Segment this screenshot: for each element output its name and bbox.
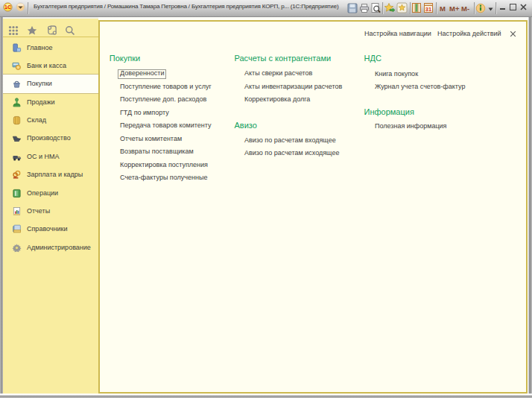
svg-text:1С: 1С: [4, 4, 11, 10]
svg-text:31: 31: [425, 6, 431, 13]
